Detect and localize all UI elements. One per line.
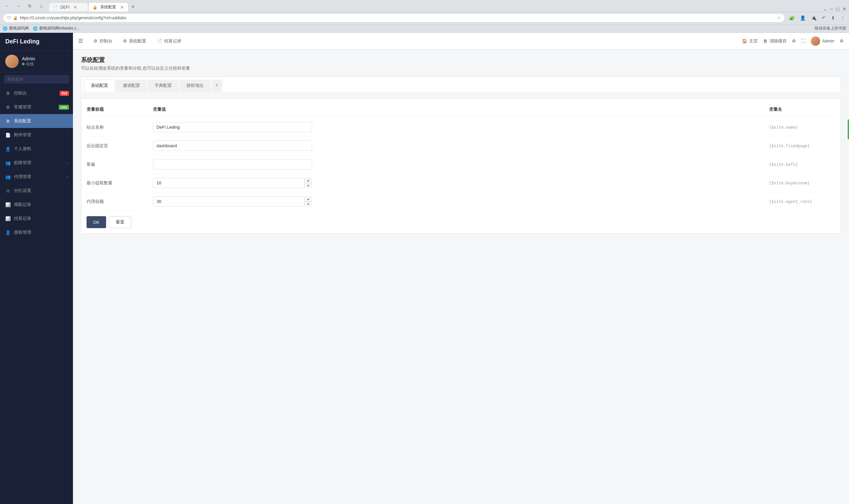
extensions-icon[interactable]: 🧩 — [788, 14, 796, 22]
sidebar-menu: ⚙ 控制台 hot ⚙ 常规管理 new ⚙ 系统配置 📄 附件管理 👤 个人资… — [0, 86, 73, 504]
sidebar-item-claim[interactable]: 📊 领取记录 — [0, 198, 73, 212]
address-bar[interactable]: 🛡 🔒 https://3.zzxxb.cc/yuanzhijia.php/ge… — [3, 13, 785, 22]
topnav-dashboard[interactable]: ⚙ 控制台 — [91, 37, 115, 46]
bookmark-label1: 蜜桃源码网 — [9, 25, 29, 31]
attachment-icon: 📄 — [5, 133, 11, 138]
topnav-fullscreen[interactable]: ⛶ — [801, 38, 806, 43]
topnav-sysconfig-label: 系统配置 — [129, 38, 146, 44]
mobile-bookmark[interactable]: 移动设备上的书签 — [814, 25, 846, 31]
kefu-label: 客服 — [87, 161, 153, 167]
extension2-icon[interactable]: 🔌 — [810, 14, 818, 22]
settlement-icon: 📊 — [5, 216, 11, 221]
sidebar-item-sysconfig[interactable]: ⚙ 系统配置 — [0, 114, 73, 128]
reset-button[interactable]: 重置 — [109, 216, 131, 228]
topnav-home[interactable]: 🏠 主页 — [742, 38, 758, 44]
sidebar-item-dividend[interactable]: ⊙ 分红设置 — [0, 184, 73, 198]
sidebar-item-label: 结算记录 — [14, 216, 31, 221]
tab-chevron-icon[interactable]: ⌄ — [823, 6, 827, 12]
tab-invite[interactable]: 邀请配置 — [116, 79, 147, 91]
more-icon[interactable]: ⋮ — [839, 14, 846, 22]
sidebar-item-label: 授权管理 — [14, 230, 31, 235]
tab-dict[interactable]: 字典配置 — [148, 79, 179, 91]
topnav-settings1[interactable]: ⚙ — [792, 38, 796, 43]
security-icon: 🛡 — [7, 16, 11, 20]
config-row-kefu: 客服 {$site.kefu} — [87, 155, 835, 174]
sidebar-item-label: 常规管理 — [14, 104, 31, 110]
sidebar-item-attachment[interactable]: 📄 附件管理 — [0, 128, 73, 142]
spinner-down-btn[interactable]: ▼ — [304, 183, 312, 188]
permissions-arrow-icon: › — [67, 161, 68, 165]
sidebar-item-settlement[interactable]: 📊 结算记录 — [0, 212, 73, 226]
browser-tab-defi[interactable]: 📄 DEFI ✕ — [49, 2, 88, 12]
bookmark-mitao2[interactable]: 🌐 蜜桃源码网mitaobo.c... — [33, 25, 79, 31]
agentrate-spinner-up-btn[interactable]: ▲ — [304, 196, 312, 202]
dividend-icon: ⊙ — [5, 188, 11, 193]
col-value: 变量值 — [153, 106, 769, 112]
sidebar-item-dashboard[interactable]: ⚙ 控制台 hot — [0, 86, 73, 100]
bookmark-star-icon[interactable]: ☆ — [777, 16, 781, 20]
fixedpage-label: 后台固定页 — [87, 143, 153, 149]
sidebar-item-label: 领取记录 — [14, 202, 31, 208]
back-button[interactable]: ← — [3, 1, 12, 11]
config-tabs: 基础配置 邀请配置 字典配置 授权地址 + — [81, 77, 841, 91]
sidebar-item-general[interactable]: ⚙ 常规管理 new — [0, 100, 73, 114]
history-icon[interactable]: ↶ — [820, 14, 827, 22]
avatar-image — [5, 55, 19, 68]
kefu-input[interactable] — [153, 159, 312, 169]
topnav-sysconfig[interactable]: ⚙ 系统配置 — [120, 37, 149, 46]
agentrate-input[interactable] — [153, 196, 312, 206]
fixedpage-input[interactable] — [153, 141, 312, 151]
username: Admin — [22, 56, 68, 61]
minwithdraw-input[interactable] — [153, 178, 312, 188]
topnav-admin-label: Admin — [822, 38, 834, 43]
profile-icon[interactable]: 👤 — [799, 14, 807, 22]
topnav-clear-cache[interactable]: 🗑 清除缓存 — [763, 38, 787, 44]
sidebar-item-authorization[interactable]: 👤 授权管理 — [0, 226, 73, 239]
sidebar-item-profile[interactable]: 👤 个人资料 — [0, 142, 73, 156]
download-icon[interactable]: ⬇ — [830, 14, 836, 22]
authorization-icon: 👤 — [5, 230, 11, 235]
minimize-icon[interactable]: ─ — [830, 6, 833, 12]
sidebar-item-permissions[interactable]: 👥 权限管理 › — [0, 156, 73, 170]
home-icon: 🏠 — [742, 38, 747, 43]
ok-button[interactable]: OK — [87, 216, 106, 228]
status-dot-icon — [22, 63, 24, 65]
tab-basic[interactable]: 基础配置 — [84, 79, 115, 91]
topnav-admin[interactable]: Admin — [811, 36, 834, 46]
hamburger-icon[interactable]: ☰ — [78, 38, 83, 44]
profile-menu-icon: 👤 — [5, 147, 11, 151]
sidebar-search[interactable] — [0, 72, 73, 86]
new-badge: new — [59, 105, 69, 110]
scrollbar-indicator[interactable] — [848, 119, 849, 139]
tab-close-icon[interactable]: ✕ — [73, 5, 77, 10]
sidebar-logo: DeFi Leding — [0, 33, 73, 51]
topnav-settlement-label: 结算记录 — [164, 38, 181, 44]
sidebar-user: Admin 在线 — [0, 51, 73, 72]
home-button[interactable]: ⌂ — [36, 1, 46, 11]
tab-auth[interactable]: 授权地址 — [179, 79, 211, 91]
bookmark-mitao1[interactable]: 🌐 蜜桃源码网 — [3, 25, 29, 31]
agentrate-spinner-down-btn[interactable]: ▼ — [304, 202, 312, 206]
restore-icon[interactable]: ◻ — [836, 6, 840, 12]
col-label: 变量标题 — [87, 106, 153, 112]
topnav-settings2[interactable]: ⚙ — [840, 38, 844, 43]
sitename-value — [153, 122, 769, 132]
topnav-dashboard-icon: ⚙ — [93, 38, 97, 43]
search-input[interactable] — [4, 75, 69, 84]
action-buttons: OK 重置 — [87, 216, 835, 228]
sitename-input[interactable] — [153, 122, 312, 132]
browser-tab-sysconfig[interactable]: 🔒 系统配置 ✕ — [88, 2, 128, 12]
page-title: 系统配置 — [81, 56, 841, 64]
spinner-up-btn[interactable]: ▲ — [304, 178, 312, 183]
tab-add-button[interactable]: + — [211, 79, 222, 91]
tab-add-button[interactable]: + — [128, 2, 138, 12]
tab-close-active-icon[interactable]: ✕ — [120, 5, 124, 10]
sidebar-item-label: 个人资料 — [14, 146, 31, 152]
close-window-icon[interactable]: ✕ — [842, 6, 846, 12]
forward-button[interactable]: → — [14, 1, 23, 11]
address-url[interactable]: https://3.zzxxb.cc/yuanzhijia.php/genera… — [20, 16, 777, 20]
minwithdraw-var: {$site.buyminnum} — [769, 181, 835, 185]
sidebar-item-agent[interactable]: 👥 代理管理 › — [0, 170, 73, 184]
topnav-settlement[interactable]: 📄 结算记录 — [154, 37, 184, 46]
refresh-button[interactable]: ↻ — [25, 1, 35, 11]
